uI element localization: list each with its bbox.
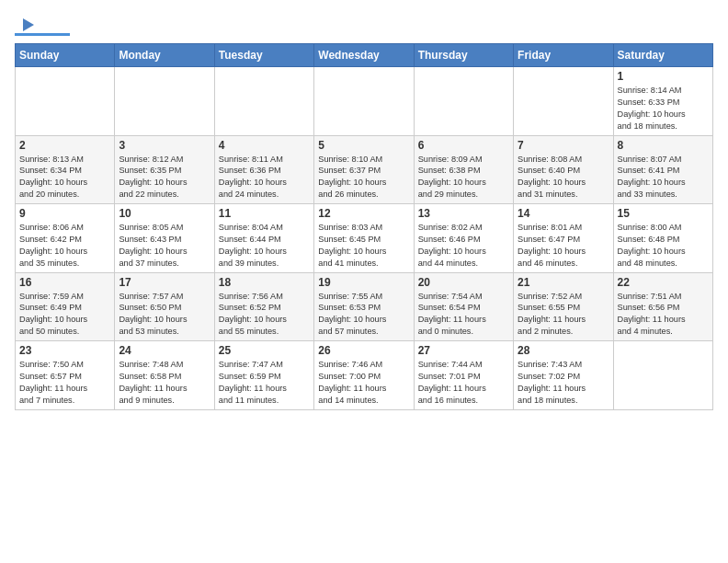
day-cell: 21Sunrise: 7:52 AM Sunset: 6:55 PM Dayli… <box>514 272 613 341</box>
day-info: Sunrise: 8:02 AM Sunset: 6:46 PM Dayligh… <box>418 222 509 270</box>
day-info: Sunrise: 8:06 AM Sunset: 6:42 PM Dayligh… <box>19 222 110 270</box>
day-cell: 8Sunrise: 8:07 AM Sunset: 6:41 PM Daylig… <box>613 135 712 204</box>
day-number: 2 <box>19 139 110 152</box>
day-cell: 15Sunrise: 8:00 AM Sunset: 6:48 PM Dayli… <box>613 204 712 273</box>
day-info: Sunrise: 8:01 AM Sunset: 6:47 PM Dayligh… <box>518 222 609 270</box>
day-cell: 3Sunrise: 8:12 AM Sunset: 6:35 PM Daylig… <box>115 135 214 204</box>
day-cell: 4Sunrise: 8:11 AM Sunset: 6:36 PM Daylig… <box>214 135 313 204</box>
logo-triangle-icon <box>16 15 36 35</box>
day-number: 24 <box>119 344 210 357</box>
page: Sunday Monday Tuesday Wednesday Thursday… <box>0 0 728 419</box>
day-info: Sunrise: 7:55 AM Sunset: 6:53 PM Dayligh… <box>318 291 409 339</box>
day-info: Sunrise: 8:00 AM Sunset: 6:48 PM Dayligh… <box>618 222 709 270</box>
day-info: Sunrise: 7:43 AM Sunset: 7:02 PM Dayligh… <box>518 359 609 407</box>
day-cell: 5Sunrise: 8:10 AM Sunset: 6:37 PM Daylig… <box>314 135 414 204</box>
day-number: 3 <box>119 139 210 152</box>
day-cell: 16Sunrise: 7:59 AM Sunset: 6:49 PM Dayli… <box>16 272 115 341</box>
header-row: Sunday Monday Tuesday Wednesday Thursday… <box>16 44 713 67</box>
week-row-2: 2Sunrise: 8:13 AM Sunset: 6:34 PM Daylig… <box>16 135 713 204</box>
day-info: Sunrise: 8:14 AM Sunset: 6:33 PM Dayligh… <box>618 85 709 132</box>
day-info: Sunrise: 7:56 AM Sunset: 6:52 PM Dayligh… <box>219 291 310 339</box>
day-cell: 6Sunrise: 8:09 AM Sunset: 6:38 PM Daylig… <box>414 135 513 204</box>
header <box>15 15 713 36</box>
svg-marker-0 <box>23 18 34 31</box>
day-info: Sunrise: 8:07 AM Sunset: 6:41 PM Dayligh… <box>618 154 709 201</box>
day-info: Sunrise: 7:54 AM Sunset: 6:54 PM Dayligh… <box>418 291 509 339</box>
day-cell: 28Sunrise: 7:43 AM Sunset: 7:02 PM Dayli… <box>514 341 613 410</box>
day-info: Sunrise: 7:52 AM Sunset: 6:55 PM Dayligh… <box>518 291 609 339</box>
day-info: Sunrise: 7:59 AM Sunset: 6:49 PM Dayligh… <box>19 291 110 339</box>
calendar-table: Sunday Monday Tuesday Wednesday Thursday… <box>15 43 713 410</box>
day-number: 5 <box>318 139 409 152</box>
col-monday: Monday <box>115 44 214 67</box>
day-info: Sunrise: 8:10 AM Sunset: 6:37 PM Dayligh… <box>318 154 409 201</box>
day-number: 16 <box>19 276 110 289</box>
day-cell <box>514 67 613 136</box>
day-number: 20 <box>418 276 509 289</box>
logo <box>15 15 70 36</box>
logo-line <box>15 33 70 36</box>
day-info: Sunrise: 7:51 AM Sunset: 6:56 PM Dayligh… <box>618 291 709 339</box>
day-number: 21 <box>518 276 609 289</box>
week-row-3: 9Sunrise: 8:06 AM Sunset: 6:42 PM Daylig… <box>16 204 713 273</box>
day-cell: 26Sunrise: 7:46 AM Sunset: 7:00 PM Dayli… <box>314 341 414 410</box>
day-cell: 13Sunrise: 8:02 AM Sunset: 6:46 PM Dayli… <box>414 204 513 273</box>
day-cell: 23Sunrise: 7:50 AM Sunset: 6:57 PM Dayli… <box>16 341 115 410</box>
day-info: Sunrise: 7:46 AM Sunset: 7:00 PM Dayligh… <box>318 359 409 407</box>
day-number: 22 <box>618 276 709 289</box>
day-number: 6 <box>418 139 509 152</box>
day-cell: 14Sunrise: 8:01 AM Sunset: 6:47 PM Dayli… <box>514 204 613 273</box>
day-number: 28 <box>518 344 609 357</box>
day-number: 9 <box>19 207 110 220</box>
day-info: Sunrise: 8:03 AM Sunset: 6:45 PM Dayligh… <box>318 222 409 270</box>
day-info: Sunrise: 8:05 AM Sunset: 6:43 PM Dayligh… <box>119 222 210 270</box>
day-cell <box>314 67 414 136</box>
day-number: 12 <box>318 207 409 220</box>
day-number: 8 <box>618 139 709 152</box>
day-info: Sunrise: 8:08 AM Sunset: 6:40 PM Dayligh… <box>518 154 609 201</box>
day-info: Sunrise: 8:13 AM Sunset: 6:34 PM Dayligh… <box>19 154 110 201</box>
day-cell: 9Sunrise: 8:06 AM Sunset: 6:42 PM Daylig… <box>16 204 115 273</box>
day-number: 27 <box>418 344 509 357</box>
day-number: 15 <box>618 207 709 220</box>
day-cell <box>613 341 712 410</box>
day-cell: 25Sunrise: 7:47 AM Sunset: 6:59 PM Dayli… <box>214 341 313 410</box>
week-row-5: 23Sunrise: 7:50 AM Sunset: 6:57 PM Dayli… <box>16 341 713 410</box>
day-number: 19 <box>318 276 409 289</box>
day-info: Sunrise: 7:57 AM Sunset: 6:50 PM Dayligh… <box>119 291 210 339</box>
day-cell: 2Sunrise: 8:13 AM Sunset: 6:34 PM Daylig… <box>16 135 115 204</box>
col-sunday: Sunday <box>16 44 115 67</box>
day-cell <box>16 67 115 136</box>
col-tuesday: Tuesday <box>214 44 313 67</box>
day-cell: 1Sunrise: 8:14 AM Sunset: 6:33 PM Daylig… <box>613 67 712 136</box>
day-info: Sunrise: 7:44 AM Sunset: 7:01 PM Dayligh… <box>418 359 509 407</box>
col-wednesday: Wednesday <box>314 44 414 67</box>
day-cell: 20Sunrise: 7:54 AM Sunset: 6:54 PM Dayli… <box>414 272 513 341</box>
day-number: 4 <box>219 139 310 152</box>
day-number: 14 <box>518 207 609 220</box>
day-info: Sunrise: 7:48 AM Sunset: 6:58 PM Dayligh… <box>119 359 210 407</box>
day-cell <box>115 67 214 136</box>
week-row-4: 16Sunrise: 7:59 AM Sunset: 6:49 PM Dayli… <box>16 272 713 341</box>
day-cell: 17Sunrise: 7:57 AM Sunset: 6:50 PM Dayli… <box>115 272 214 341</box>
day-number: 25 <box>219 344 310 357</box>
day-info: Sunrise: 8:11 AM Sunset: 6:36 PM Dayligh… <box>219 154 310 201</box>
week-row-1: 1Sunrise: 8:14 AM Sunset: 6:33 PM Daylig… <box>16 67 713 136</box>
day-info: Sunrise: 8:12 AM Sunset: 6:35 PM Dayligh… <box>119 154 210 201</box>
col-friday: Friday <box>514 44 613 67</box>
day-cell <box>414 67 513 136</box>
day-number: 26 <box>318 344 409 357</box>
day-number: 18 <box>219 276 310 289</box>
day-cell: 24Sunrise: 7:48 AM Sunset: 6:58 PM Dayli… <box>115 341 214 410</box>
day-info: Sunrise: 7:50 AM Sunset: 6:57 PM Dayligh… <box>19 359 110 407</box>
day-cell: 27Sunrise: 7:44 AM Sunset: 7:01 PM Dayli… <box>414 341 513 410</box>
day-cell: 11Sunrise: 8:04 AM Sunset: 6:44 PM Dayli… <box>214 204 313 273</box>
day-cell: 12Sunrise: 8:03 AM Sunset: 6:45 PM Dayli… <box>314 204 414 273</box>
day-cell <box>214 67 313 136</box>
day-number: 23 <box>19 344 110 357</box>
col-saturday: Saturday <box>613 44 712 67</box>
day-info: Sunrise: 8:04 AM Sunset: 6:44 PM Dayligh… <box>219 222 310 270</box>
day-number: 11 <box>219 207 310 220</box>
col-thursday: Thursday <box>414 44 513 67</box>
day-cell: 7Sunrise: 8:08 AM Sunset: 6:40 PM Daylig… <box>514 135 613 204</box>
